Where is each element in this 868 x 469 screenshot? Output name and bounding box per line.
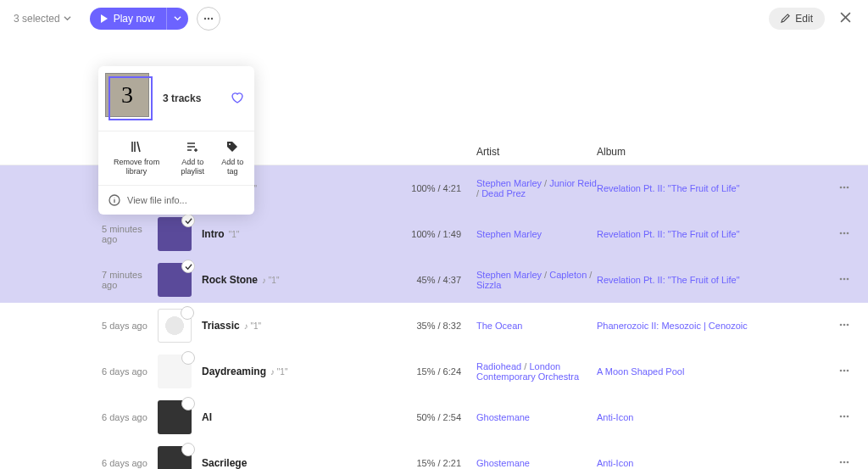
table-row[interactable]: 6 days agoSacrilege15% / 2:21GhostemaneA… <box>0 440 868 469</box>
add-tag-label: Add to tag <box>215 158 249 176</box>
chevron-down-icon <box>174 14 181 22</box>
svg-point-24 <box>843 461 846 463</box>
album-link[interactable]: Anti-Icon <box>597 412 633 422</box>
more-button[interactable] <box>197 7 220 31</box>
row-time: 6 days ago <box>0 458 158 468</box>
circle-badge-icon <box>181 351 195 365</box>
dots-icon <box>837 364 851 377</box>
svg-point-3 <box>229 143 231 145</box>
album-link[interactable]: Revelation Pt. II: "The Fruit of Life" <box>597 229 740 239</box>
table-row[interactable]: 6 days agoAI50% / 2:54GhostemaneAnti-Ico… <box>0 394 868 440</box>
check-badge-icon <box>181 260 195 273</box>
album-cell: A Moon Shaped Pool <box>597 366 766 377</box>
artist-cell: Stephen Marley / Capleton / Sizzla <box>461 270 597 290</box>
artist-link[interactable]: Stephen Marley <box>476 270 542 280</box>
svg-point-0 <box>204 17 206 19</box>
svg-point-8 <box>840 232 843 234</box>
track-meta: ♪ "1" <box>244 321 261 331</box>
row-more-button[interactable] <box>837 181 851 197</box>
row-more-button[interactable] <box>837 364 851 380</box>
artist-cell: Radiohead / London Contemporary Orchestr… <box>461 361 597 382</box>
check-badge-icon <box>181 214 195 227</box>
close-button[interactable] <box>837 8 854 29</box>
album-cell: Revelation Pt. II: "The Fruit of Life" <box>597 183 766 193</box>
favorite-button[interactable] <box>231 91 244 107</box>
album-link[interactable]: A Moon Shaped Pool <box>597 366 684 377</box>
track-title: Triassic <box>202 320 240 332</box>
svg-point-13 <box>847 277 849 280</box>
dots-icon <box>837 272 851 286</box>
heart-icon <box>231 91 244 104</box>
dots-icon <box>203 13 214 25</box>
svg-point-16 <box>847 323 849 326</box>
track-progress: 100% / 1:49 <box>410 229 461 239</box>
svg-point-10 <box>847 232 849 234</box>
table-row[interactable]: 5 minutes agoIntro"1"100% / 1:49Stephen … <box>0 211 868 257</box>
row-more-button[interactable] <box>837 272 851 288</box>
selected-count-dropdown[interactable]: 3 selected <box>14 13 71 25</box>
artist-link[interactable]: Capleton <box>549 270 587 280</box>
play-now-dropdown[interactable] <box>166 8 188 30</box>
table-row[interactable]: 5 days agoTriassic♪ "1"35% / 8:32The Oce… <box>0 303 868 349</box>
view-file-info-button[interactable]: View file info... <box>98 185 254 215</box>
circle-badge-icon <box>181 306 194 320</box>
album-art[interactable] <box>158 400 192 434</box>
artist-link[interactable]: Ghostemane <box>476 412 530 422</box>
track-title: Rock Stone <box>202 274 258 286</box>
album-link[interactable]: Anti-Icon <box>597 458 633 468</box>
svg-point-12 <box>843 277 846 280</box>
album-art[interactable] <box>158 217 192 251</box>
row-more-button[interactable] <box>837 410 851 426</box>
play-now-button[interactable]: Play now <box>90 8 167 30</box>
column-artist[interactable]: Artist <box>461 146 597 158</box>
svg-point-11 <box>840 277 843 280</box>
album-art[interactable] <box>158 355 192 388</box>
artist-cell: Ghostemane <box>461 458 597 468</box>
album-link[interactable]: Phanerozoic II: Mesozoic | Cenozoic <box>597 321 748 331</box>
track-title: Daydreaming <box>202 366 266 377</box>
dots-icon <box>837 181 851 194</box>
artist-link[interactable]: Stephen Marley <box>476 178 542 188</box>
selected-count-label: 3 selected <box>14 13 60 25</box>
edit-button[interactable]: Edit <box>769 8 825 30</box>
add-to-playlist-button[interactable]: Add to playlist <box>170 140 215 176</box>
artist-link[interactable]: Radiohead <box>476 361 521 371</box>
circle-badge-icon <box>181 443 195 456</box>
remove-from-library-button[interactable]: Remove from library <box>103 140 170 176</box>
artist-link[interactable]: Junior Reid <box>549 178 597 188</box>
edit-label: Edit <box>795 13 813 25</box>
album-link[interactable]: Revelation Pt. II: "The Fruit of Life" <box>597 183 740 193</box>
info-icon <box>108 194 120 206</box>
album-art[interactable] <box>158 446 192 469</box>
artist-link[interactable]: Ghostemane <box>476 458 530 468</box>
svg-point-5 <box>840 186 843 188</box>
circle-badge-icon <box>181 397 195 410</box>
add-to-tag-button[interactable]: Add to tag <box>215 140 249 176</box>
svg-point-6 <box>843 186 846 188</box>
column-album[interactable]: Album <box>597 146 766 158</box>
artist-cell: The Ocean <box>461 321 597 331</box>
artist-link[interactable]: Dead Prez <box>481 188 526 198</box>
row-more-button[interactable] <box>837 455 851 470</box>
svg-point-15 <box>843 323 846 326</box>
album-link[interactable]: Revelation Pt. II: "The Fruit of Life" <box>597 275 740 285</box>
artist-link[interactable]: The Ocean <box>476 321 522 331</box>
track-progress: 50% / 2:54 <box>410 412 461 422</box>
album-art[interactable] <box>158 263 192 297</box>
artist-link[interactable]: Sizzla <box>476 280 501 290</box>
row-more-button[interactable] <box>837 226 851 243</box>
selection-popover: 3 3 tracks Remove from library Add to pl… <box>98 66 254 215</box>
svg-point-23 <box>840 461 843 463</box>
album-art[interactable] <box>158 309 192 343</box>
table-row[interactable]: 6 days agoDaydreaming♪ "1"15% / 6:24Radi… <box>0 349 868 394</box>
playlist-add-icon <box>186 140 199 154</box>
table-row[interactable]: 7 minutes agoRock Stone♪ "1"45% / 4:37St… <box>0 257 868 303</box>
svg-point-20 <box>840 415 843 417</box>
dots-icon <box>837 226 851 240</box>
row-more-button[interactable] <box>837 318 851 334</box>
track-progress: 15% / 6:24 <box>410 366 461 377</box>
artist-link[interactable]: Stephen Marley <box>476 229 542 239</box>
track-progress: 15% / 2:21 <box>410 458 461 468</box>
artist-cell: Stephen Marley / Junior Reid / Dead Prez <box>461 178 597 198</box>
remove-label: Remove from library <box>103 158 170 176</box>
